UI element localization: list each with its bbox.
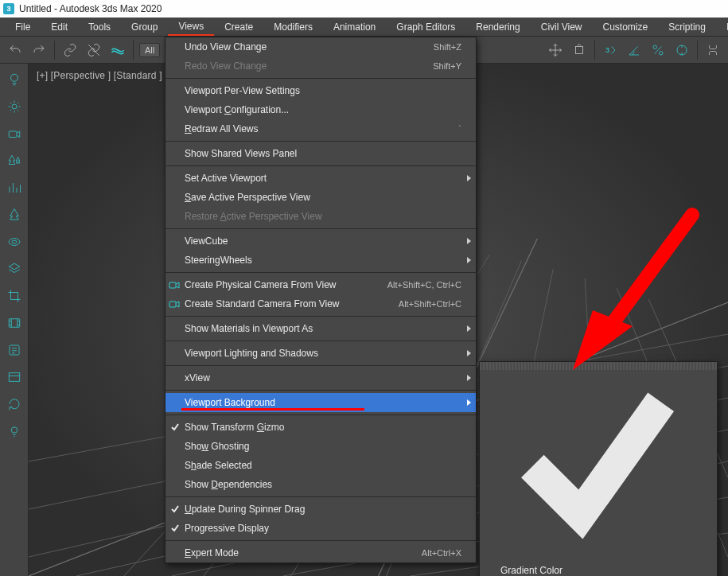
torus-icon[interactable] [3,231,25,253]
check-icon [170,504,180,514]
check-icon [170,422,180,432]
menu-create[interactable]: Create [214,18,263,36]
window-title: Untitled - Autodesk 3ds Max 2020 [19,3,162,14]
menu-int[interactable]: Int [716,18,728,36]
chart-icon[interactable] [3,177,25,199]
menu-item-progressive-display[interactable]: Progressive Display [165,519,476,538]
annotation-underline [181,408,364,411]
idea-icon[interactable] [3,420,25,442]
percent-snap-button[interactable] [647,39,669,61]
menu-separator [165,540,476,541]
menu-item-show-dependencies[interactable]: Show Dependencies [165,475,476,494]
submenu-chevron-icon [467,175,471,181]
menu-item-show-transform-gizmo[interactable]: Show Transform Gizmo [165,418,476,437]
menu-item-viewport-background[interactable]: Viewport Background [165,393,476,412]
3d-snap-button[interactable]: 3 [599,39,621,61]
menu-item-label: Show Materials in Viewport As [185,323,461,334]
title-bar: 3 Untitled - Autodesk 3ds Max 2020 [0,0,728,18]
menu-item-viewport-per-view-settings[interactable]: Viewport Per-View Settings [165,81,476,100]
svg-rect-12 [9,319,20,328]
undo-button[interactable] [4,39,26,61]
named-selection-button[interactable] [702,39,724,61]
menu-item-show-materials-in-viewport-as[interactable]: Show Materials in Viewport As [165,319,476,338]
move-tool[interactable] [544,39,566,61]
menu-rendering[interactable]: Rendering [465,18,530,36]
menu-separator [165,390,476,391]
menu-item-show-ghosting[interactable]: Show Ghosting [165,437,476,456]
submenu-grip[interactable] [480,362,717,370]
viewport-label[interactable]: [+] [Perspective ] [Standard ] [D [37,70,175,81]
menu-item-gradient-color[interactable]: Gradient Color [480,370,717,576]
menu-item-viewport-lighting-and-shadows[interactable]: Viewport Lighting and Shadows [165,344,476,363]
menu-item-undo-view-change[interactable]: Undo View ChangeShift+Z [165,37,476,56]
tree-single-icon[interactable] [3,204,25,226]
svg-rect-34 [169,302,176,307]
unlink-button[interactable] [83,39,105,61]
menu-item-shortcut: Shift+Z [434,42,461,52]
menu-edit[interactable]: Edit [41,18,78,36]
menu-item-label: Show Shared Views Panel [185,148,461,159]
menu-civil-view[interactable]: Civil View [531,18,593,36]
menu-item-show-shared-views-panel[interactable]: Show Shared Views Panel [165,144,476,163]
trees-icon[interactable] [3,150,25,172]
menu-item-label: Viewport Configuration... [185,104,461,115]
menu-item-label: Expert Mode [185,547,390,558]
bind-spacewarp-button[interactable] [107,39,129,61]
submenu-chevron-icon [467,375,471,381]
menu-tools[interactable]: Tools [78,18,121,36]
menu-separator [165,414,476,415]
layers-icon[interactable] [3,258,25,280]
crop-icon[interactable] [3,285,25,307]
menu-item-label: ViewCube [185,235,461,247]
angle-snap-button[interactable] [623,39,645,61]
film-icon[interactable] [3,312,25,334]
menu-item-create-standard-camera-from-view[interactable]: Create Standard Camera From ViewAlt+Shif… [165,294,476,313]
menu-item-xview[interactable]: xView [165,368,476,387]
menu-item-set-active-viewport[interactable]: Set Active Viewport [165,169,476,188]
menu-scripting[interactable]: Scripting [658,18,716,36]
panel-icon[interactable] [3,366,25,388]
camera-icon[interactable] [3,123,25,145]
sun-icon[interactable] [3,95,25,118]
menu-item-label: SteeringWheels [185,255,461,266]
loop-icon[interactable] [3,393,25,415]
menu-animation[interactable]: Animation [323,18,386,36]
menu-item-label: Redraw All Views [185,123,426,134]
menu-item-shortcut: Shift+Y [433,61,461,71]
menu-customize[interactable]: Customize [593,18,659,36]
selection-filter[interactable]: All [139,43,160,57]
svg-rect-9 [9,131,17,138]
menu-group[interactable]: Group [121,18,168,36]
svg-rect-33 [169,282,176,288]
menu-item-label: Save Active Perspective View [185,192,461,203]
menu-graph-editors[interactable]: Graph Editors [386,18,465,36]
menu-item-expert-mode[interactable]: Expert ModeAlt+Ctrl+X [165,543,476,562]
light-bulb-icon[interactable] [3,68,25,91]
check-icon [170,523,180,533]
menu-separator [165,272,476,273]
menu-item-steeringwheels[interactable]: SteeringWheels [165,251,476,270]
rotate-plane-tool[interactable] [568,39,590,61]
redo-button[interactable] [28,39,50,61]
menu-item-viewport-configuration[interactable]: Viewport Configuration... [165,100,476,119]
menu-item-redo-view-change: Redo View ChangeShift+Y [165,56,476,76]
toolbar-separator [133,41,134,60]
menu-views[interactable]: Views [168,18,214,36]
menu-item-label: Update During Spinner Drag [185,504,461,515]
svg-point-3 [653,45,657,49]
menu-item-shade-selected[interactable]: Shade Selected [165,456,476,475]
menu-item-redraw-all-views[interactable]: Redraw All Views` [165,119,476,138]
menu-item-shortcut: Alt+Shift+Ctrl+C [399,299,461,309]
menu-item-save-active-perspective-view[interactable]: Save Active Perspective View [165,188,476,207]
menu-item-label: Show Transform Gizmo [185,422,461,433]
menu-modifiers[interactable]: Modifiers [263,18,323,36]
menu-item-viewcube[interactable]: ViewCube [165,232,476,251]
menu-item-update-during-spinner-drag[interactable]: Update During Spinner Drag [165,500,476,519]
menu-file[interactable]: File [5,18,41,36]
spinner-snap-button[interactable] [671,39,693,61]
svg-rect-1 [576,46,583,53]
link-button[interactable] [59,39,81,61]
menu-item-create-physical-camera-from-view[interactable]: Create Physical Camera From ViewAlt+Shif… [165,275,476,294]
menu-item-shortcut: Alt+Shift+C, Ctrl+C [387,280,461,290]
script-icon[interactable] [3,339,25,361]
